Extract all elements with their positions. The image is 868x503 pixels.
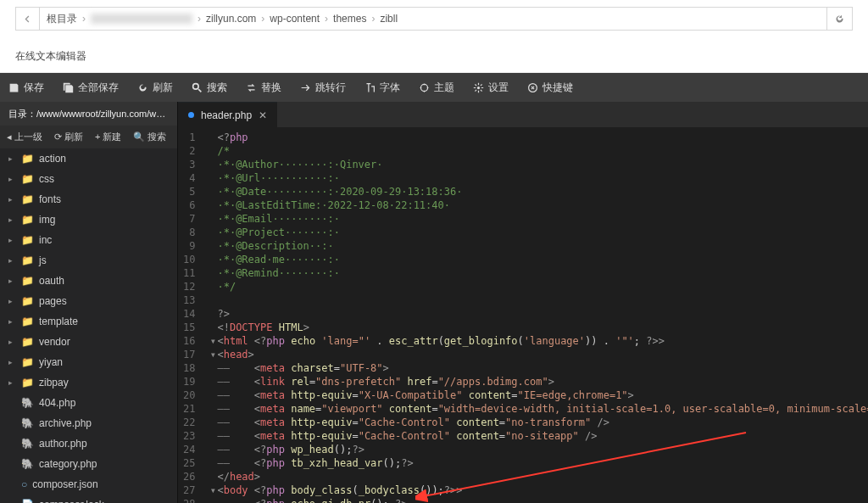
file-item[interactable]: 📄composer.lock: [0, 495, 177, 503]
folder-label: js: [39, 254, 47, 266]
refresh-button[interactable]: 刷新: [137, 81, 173, 95]
folder-label: img: [39, 214, 55, 226]
settings-label: 设置: [488, 81, 509, 95]
chevron-right-icon: ▸: [8, 338, 16, 346]
shortcuts-button[interactable]: 快捷键: [527, 81, 573, 95]
breadcrumb-root[interactable]: 根目录: [47, 12, 77, 26]
theme-label: 主题: [434, 81, 454, 95]
code-lines[interactable]: <?php /* ·*·@Author········:·Qinver· ·*·…: [203, 127, 868, 503]
shortcuts-label: 快捷键: [542, 81, 573, 95]
breadcrumb-item[interactable]: zillyun.com: [206, 13, 256, 25]
folder-item[interactable]: ▸📁yiyan: [0, 352, 177, 372]
breadcrumb-item[interactable]: themes: [333, 13, 366, 25]
folder-label: pages: [39, 295, 67, 307]
folder-icon: 📁: [21, 356, 34, 368]
folder-icon: 📁: [21, 153, 34, 165]
chevron-right-icon: ›: [261, 13, 264, 25]
chevron-right-icon: ›: [371, 13, 375, 25]
sidebar-new-label: 新建: [103, 131, 121, 143]
file-sidebar: 目录：/www/wwwroot/zillyun.com/wp... ◂ 上一级 …: [0, 102, 178, 503]
folder-label: css: [39, 173, 54, 185]
sidebar-up-button[interactable]: ◂ 上一级: [7, 131, 42, 143]
file-icon: 🐘: [21, 458, 34, 470]
goto-label: 跳转行: [315, 81, 346, 95]
folder-item[interactable]: ▸📁vendor: [0, 332, 177, 352]
sidebar-path: 目录：/www/wwwroot/zillyun.com/wp...: [0, 102, 177, 126]
file-item[interactable]: 🐘archive.php: [0, 413, 177, 433]
chevron-right-icon: ›: [325, 13, 328, 25]
svg-point-0: [193, 83, 199, 89]
folder-item[interactable]: ▸📁js: [0, 250, 177, 271]
chevron-right-icon: ▸: [8, 175, 16, 183]
sidebar-search-label: 搜索: [147, 131, 166, 143]
folder-icon: 📁: [21, 234, 34, 246]
sidebar-up-label: 上一级: [14, 131, 42, 143]
sidebar-new-button[interactable]: + 新建: [95, 131, 121, 143]
file-label: archive.php: [39, 417, 92, 429]
tab-modified-dot-icon: [188, 112, 194, 118]
file-label: composer.lock: [39, 499, 104, 503]
folder-item[interactable]: ▸📁zibpay: [0, 372, 177, 393]
search-label: 搜索: [207, 81, 227, 95]
chevron-right-icon: ▸: [8, 358, 16, 366]
line-number-gutter: 1234567891011121314151617181920212223242…: [178, 127, 203, 503]
code-area[interactable]: 1234567891011121314151617181920212223242…: [178, 127, 868, 503]
sidebar-ops: ◂ 上一级 ⟳ 刷新 + 新建 🔍 搜索: [0, 126, 177, 148]
folder-item[interactable]: ▸📁template: [0, 311, 177, 332]
folder-icon: 📁: [21, 377, 34, 388]
folder-item[interactable]: ▸📁pages: [0, 291, 177, 311]
breadcrumb: 根目录 › › zillyun.com › wp-content › theme…: [15, 7, 853, 31]
sidebar-refresh-label: 刷新: [64, 131, 83, 143]
sidebar-refresh-button[interactable]: ⟳ 刷新: [54, 131, 83, 143]
chevron-right-icon: ›: [82, 13, 86, 25]
search-button[interactable]: 搜索: [192, 81, 227, 95]
file-item[interactable]: 🐘404.php: [0, 393, 177, 413]
tab-header-php[interactable]: header.php ✕: [178, 102, 277, 127]
chevron-right-icon: ▸: [8, 154, 16, 163]
folder-icon: 📁: [21, 275, 34, 287]
file-item[interactable]: 🐘author.php: [0, 433, 177, 454]
chevron-right-icon: ▸: [8, 195, 16, 204]
folder-label: yiyan: [39, 356, 63, 368]
folder-label: vendor: [39, 336, 70, 348]
breadcrumb-item[interactable]: wp-content: [270, 13, 320, 25]
breadcrumb-refresh-button[interactable]: [826, 8, 852, 30]
goto-button[interactable]: 跳转行: [300, 81, 346, 95]
settings-button[interactable]: 设置: [473, 81, 509, 95]
folder-icon: 📁: [21, 336, 34, 348]
save-button[interactable]: 保存: [8, 81, 44, 95]
folder-item[interactable]: ▸📁inc: [0, 230, 177, 250]
folder-item[interactable]: ▸📁action: [0, 148, 177, 169]
chevron-right-icon: ▸: [8, 378, 16, 387]
theme-button[interactable]: 主题: [419, 81, 454, 95]
folder-item[interactable]: ▸📁oauth: [0, 271, 177, 291]
breadcrumb-back-button[interactable]: [16, 8, 40, 30]
folder-icon: 📁: [21, 295, 34, 307]
refresh-label: 刷新: [153, 81, 173, 95]
file-label: category.php: [39, 458, 97, 470]
breadcrumb-item[interactable]: zibll: [380, 13, 398, 25]
panel-title: 在线文本编辑器: [0, 37, 868, 73]
folder-label: template: [39, 316, 78, 327]
chevron-right-icon: ▸: [8, 215, 16, 224]
editor-toolbar: 保存 全部保存 刷新 搜索 替换 跳转行 字体 主题 设置 快捷键: [0, 73, 868, 102]
sidebar-search-button[interactable]: 🔍 搜索: [133, 131, 166, 143]
chevron-right-icon: ▸: [8, 297, 16, 305]
folder-icon: 📁: [21, 254, 34, 266]
folder-item[interactable]: ▸📁css: [0, 169, 177, 189]
file-label: composer.json: [32, 478, 97, 490]
replace-button[interactable]: 替换: [246, 81, 281, 95]
folder-item[interactable]: ▸📁img: [0, 210, 177, 230]
code-editor: header.php ✕ 123456789101112131415161718…: [178, 102, 868, 503]
replace-label: 替换: [261, 81, 281, 95]
file-icon: 📄: [21, 499, 34, 503]
save-all-button[interactable]: 全部保存: [63, 81, 119, 95]
file-label: 404.php: [39, 397, 75, 409]
tab-close-button[interactable]: ✕: [259, 109, 267, 121]
file-item[interactable]: 🐘category.php: [0, 454, 177, 474]
folder-icon: 📁: [21, 173, 34, 185]
font-button[interactable]: 字体: [364, 81, 400, 95]
folder-item[interactable]: ▸📁fonts: [0, 189, 177, 210]
file-item[interactable]: ○composer.json: [0, 474, 177, 495]
chevron-right-icon: ▸: [8, 256, 16, 265]
